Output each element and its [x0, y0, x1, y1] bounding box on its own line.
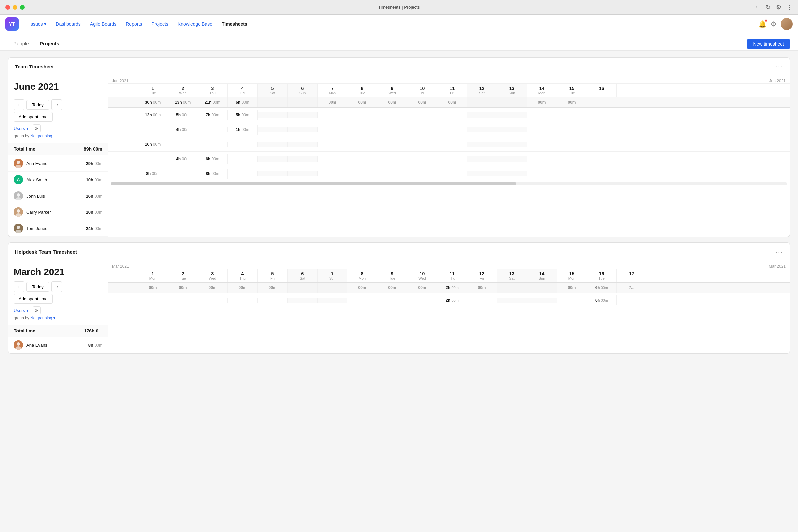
maximize-button[interactable] [20, 5, 25, 10]
timesheet-1-body: June 2021 ← Today → Add spent time Users… [8, 76, 790, 237]
cal-days-header: 1Tue 2Wed 3Thu 4Fri 5Sat 6Sun 7Mon 8Tue … [108, 84, 790, 97]
user-time-carry: 10h 00m [86, 210, 102, 215]
notification-dot [765, 19, 767, 22]
cal-day-8: 8Tue [347, 84, 377, 97]
user-avatar[interactable] [781, 18, 793, 30]
nav-item-dashboards[interactable]: Dashboards [52, 19, 85, 28]
avatar-john [14, 191, 23, 201]
groupby-val[interactable]: No grouping [30, 134, 52, 138]
timesheet-card-1-header: Team Timesheet ··· [8, 58, 790, 76]
total-label: Total time [14, 146, 35, 152]
timesheet-1-users-btn[interactable]: Users ▾ [14, 126, 28, 131]
titlebar-actions: ← ↻ ⚙ ⋮ [755, 4, 793, 11]
cal-totals-row: 36h 00m 13h 00m 21h 00m 6h 00m 00m 00m 0… [108, 97, 790, 108]
user-name-john: John Luis [26, 193, 83, 198]
close-button[interactable] [5, 5, 10, 10]
cal2-d8: 8Mon [347, 269, 377, 282]
timesheet-2-expand-btn[interactable]: » [33, 306, 41, 314]
timesheet-card-2: Helpdesk Team Timesheet ··· March 2021 ←… [8, 242, 790, 354]
svg-point-1 [17, 160, 20, 164]
main-content: Team Timesheet ··· June 2021 ← Today → A… [0, 51, 798, 360]
timesheet-1-expand-btn[interactable]: » [33, 125, 41, 132]
groupby-label-2: group by [14, 316, 29, 320]
total-label-2: Total time [14, 328, 35, 334]
cal-total-10: 00m [407, 97, 437, 108]
refresh-icon[interactable]: ↻ [766, 4, 771, 11]
avatar-alex: A [14, 175, 23, 184]
cal-total-1: 36h 00m [138, 97, 168, 108]
cal-total-8: 00m [347, 97, 377, 108]
nav-item-timesheets[interactable]: Timesheets [218, 19, 251, 28]
minimize-button[interactable] [13, 5, 17, 10]
avatar-ana-2 [14, 341, 23, 350]
timesheet-1-menu[interactable]: ··· [775, 63, 783, 71]
nav-item-issues[interactable]: Issues ▾ [25, 19, 50, 28]
cal-day-15: 15Tue [557, 84, 587, 97]
user-name-carry: Carry Parker [26, 210, 83, 215]
tab-people[interactable]: People [8, 37, 34, 50]
cal-day-13: 13Sun [497, 84, 527, 97]
svg-point-7 [17, 209, 20, 213]
settings-icon[interactable]: ⚙ [771, 20, 777, 28]
nav-item-projects[interactable]: Projects [147, 19, 172, 28]
cal-total-9: 00m [377, 97, 407, 108]
cal-day-1: 1Tue [138, 84, 168, 97]
timesheet-1-total-row: Total time 89h 00m [8, 143, 108, 155]
timesheet-2-next-btn[interactable]: → [51, 281, 62, 292]
tab-projects[interactable]: Projects [34, 37, 64, 50]
nav-item-reports[interactable]: Reports [122, 19, 146, 28]
cal2-d5: 5Fri [258, 269, 288, 282]
user-row-alex: A Alex Smith 10h 00m [8, 172, 108, 188]
more-icon[interactable]: ⋮ [787, 4, 793, 11]
new-timesheet-button[interactable]: New timesheet [747, 39, 790, 49]
timesheet-card-1: Team Timesheet ··· June 2021 ← Today → A… [8, 57, 790, 237]
timesheet-2-calendar[interactable]: Mar 2021 Mar 2021 1Mon 2Tue 3Wed 4Thu 5F… [108, 261, 790, 354]
cal2-d16: 16Tue [587, 269, 617, 282]
puzzle-icon[interactable]: ⚙ [776, 4, 781, 11]
timesheet-1-today-btn[interactable]: Today [26, 100, 49, 110]
timesheet-2-menu[interactable]: ··· [775, 248, 783, 256]
nav-item-knowledge-base[interactable]: Knowledge Base [174, 19, 216, 28]
total-value-2: 176h 0... [84, 328, 102, 334]
avatar-carry [14, 208, 23, 217]
app-logo[interactable]: YT [5, 17, 19, 31]
notifications-bell[interactable]: 🔔 [758, 20, 767, 28]
timesheet-2-add-btn[interactable]: Add spent time [14, 294, 53, 304]
groupby-val-2[interactable]: No grouping ▾ [30, 316, 55, 320]
cal-day-14: 14Mon [527, 84, 557, 97]
timesheet-2-title: Helpdesk Team Timesheet [15, 249, 77, 255]
svg-point-13 [17, 342, 20, 346]
timesheet-1-calendar[interactable]: Jun 2021 Jun 2021 1Tue 2Wed 3Thu 4Fri 5S… [108, 76, 790, 237]
cal-day-2: 2Wed [168, 84, 198, 97]
cal-row-tom: 8h 00m 8h 00m [108, 166, 790, 181]
avatar-tom [14, 224, 23, 233]
cal2-d4: 4Thu [228, 269, 258, 282]
cal-total-6 [288, 97, 318, 108]
timesheet-1-add-btn[interactable]: Add spent time [14, 112, 53, 122]
timesheet-1-month: June 2021 [14, 81, 58, 92]
cal-day-9: 9Wed [377, 84, 407, 97]
cal-month-right: Jun 2021 [770, 79, 786, 83]
timesheet-2-total-row: Total time 176h 0... [8, 325, 108, 337]
user-time-ana: 29h 00m [86, 161, 102, 166]
total-value: 89h 00m [84, 146, 102, 152]
user-row-tom: Tom Jones 24h 00m [8, 221, 108, 237]
cal-row-john: 16h 00m [108, 137, 790, 152]
cal-total-15: 00m [557, 97, 587, 108]
nav-item-agile-boards[interactable]: Agile Boards [86, 19, 120, 28]
timesheet-2-today-btn[interactable]: Today [26, 282, 49, 291]
cal2-d1: 1Mon [138, 269, 168, 282]
timesheet-2-prev-btn[interactable]: ← [14, 281, 24, 292]
timesheet-2-users-btn[interactable]: Users ▾ [14, 308, 28, 313]
cal-day-16: 16 [587, 84, 617, 97]
cal-total-14: 00m [527, 97, 557, 108]
timesheet-2-sidebar: March 2021 ← Today → Add spent time User… [8, 261, 108, 354]
timesheet-1-prev-btn[interactable]: ← [14, 99, 24, 110]
cal2-month-right: Mar 2021 [769, 264, 786, 269]
back-icon[interactable]: ← [755, 4, 760, 11]
timesheet-1-next-btn[interactable]: → [51, 99, 62, 110]
tabs-area: People Projects New timesheet [0, 33, 798, 51]
timesheet-1-sidebar: June 2021 ← Today → Add spent time Users… [8, 76, 108, 237]
avatar-ana [14, 158, 23, 168]
timesheet-2-month: March 2021 [14, 267, 102, 277]
